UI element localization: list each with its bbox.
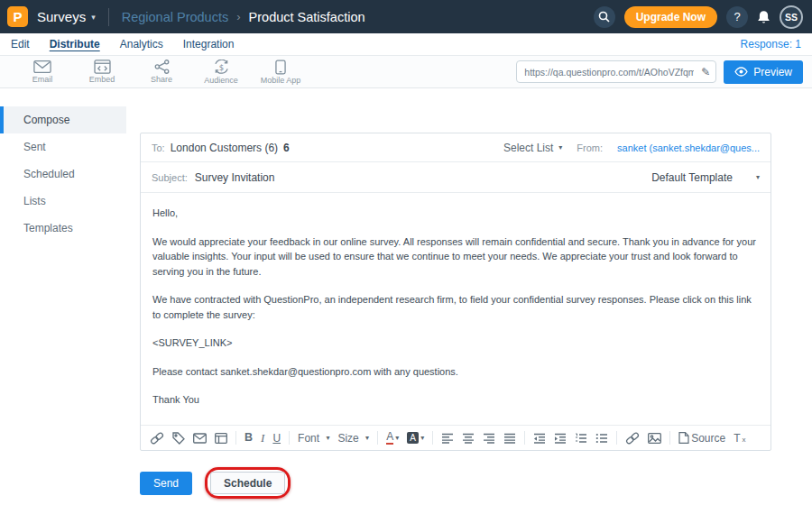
channel-embed[interactable]: Embed <box>72 60 132 84</box>
background-color-icon: A <box>407 432 419 444</box>
remove-format-icon-x: x <box>743 436 746 444</box>
source-button[interactable]: Source <box>678 432 725 444</box>
hyperlink-button[interactable] <box>625 432 640 445</box>
template-dropdown[interactable]: Default Template ▾ <box>651 171 760 184</box>
underline-button[interactable]: U <box>272 433 281 444</box>
subject-value[interactable]: Survey Invitation <box>195 171 275 184</box>
toolbar-separator <box>377 431 378 445</box>
size-dropdown[interactable]: Size ▾ <box>337 433 369 444</box>
compose-main: To: London Customers (6) 6 Select List ▾… <box>126 88 812 505</box>
select-list-label: Select List <box>503 142 553 154</box>
distribute-sidebar: Compose Sent Scheduled Lists Templates <box>0 88 126 505</box>
tab-distribute[interactable]: Distribute <box>50 38 100 50</box>
breadcrumb-folder[interactable]: Regional Products <box>122 10 229 24</box>
align-right-button[interactable] <box>483 433 495 444</box>
to-value[interactable]: London Customers (6) <box>171 142 278 154</box>
email-body-paragraph: Thank You <box>152 392 759 408</box>
align-justify-button[interactable] <box>503 433 516 444</box>
align-left-button[interactable] <box>441 433 454 444</box>
outdent-button[interactable] <box>533 433 546 444</box>
toolbar-separator <box>235 431 236 445</box>
response-count[interactable]: Response: 1 <box>741 38 801 50</box>
channel-mobile-app-label: Mobile App <box>261 76 301 85</box>
envelope-icon <box>193 433 207 444</box>
font-dropdown[interactable]: Font ▾ <box>298 433 329 444</box>
indent-icon <box>554 433 567 444</box>
email-body-paragraph: Hello, <box>152 206 759 221</box>
search-button[interactable] <box>594 6 615 28</box>
sidebar-item-lists[interactable]: Lists <box>0 188 126 215</box>
sidebar-item-templates[interactable]: Templates <box>0 215 126 242</box>
email-body-paragraph: We would appreciate your feedback in our… <box>152 234 759 280</box>
sidebar-item-sent[interactable]: Sent <box>0 133 126 161</box>
subject-row: Subject: Survey Invitation Default Templ… <box>141 162 770 193</box>
source-doc-icon <box>678 432 689 444</box>
ordered-list-icon <box>575 433 587 444</box>
select-list-dropdown[interactable]: Select List ▾ <box>503 142 562 154</box>
to-label: To: <box>152 142 165 153</box>
subject-label: Subject: <box>152 172 188 183</box>
toolbar-separator <box>524 431 525 445</box>
channel-share[interactable]: Share <box>132 60 191 84</box>
channel-email[interactable]: Email <box>13 60 72 84</box>
sidebar-item-scheduled[interactable]: Scheduled <box>0 161 126 188</box>
to-count: 6 <box>283 142 290 154</box>
align-center-button[interactable] <box>462 433 475 444</box>
breadcrumb-separator-icon: › <box>236 10 240 23</box>
chevron-down-icon: ▾ <box>326 435 329 442</box>
toolbar-separator <box>616 431 617 445</box>
tab-analytics[interactable]: Analytics <box>120 38 163 50</box>
italic-button[interactable]: I <box>261 432 264 444</box>
text-color-button[interactable]: A▾ <box>386 431 399 445</box>
insert-image-button[interactable] <box>648 433 661 444</box>
user-avatar[interactable]: SS <box>780 5 803 29</box>
product-switcher[interactable]: Surveys ▾ <box>37 9 96 24</box>
notifications-button[interactable] <box>757 10 770 24</box>
survey-tabs: Edit Distribute Analytics Integration Re… <box>0 33 812 55</box>
outdent-icon <box>533 433 546 444</box>
preview-button[interactable]: Preview <box>724 60 803 84</box>
merge-tag-button[interactable] <box>172 432 185 445</box>
email-body-paragraph: Please contact sanket.shekdar@questionpr… <box>152 364 759 380</box>
remove-format-icon: T <box>734 433 740 444</box>
compose-card: To: London Customers (6) 6 Select List ▾… <box>140 133 771 451</box>
tab-integration[interactable]: Integration <box>183 38 235 50</box>
email-icon <box>33 60 51 74</box>
sidebar-item-compose[interactable]: Compose <box>0 106 126 133</box>
tab-edit[interactable]: Edit <box>11 38 30 50</box>
bold-button[interactable]: B <box>245 432 253 444</box>
help-button[interactable]: ? <box>726 6 748 28</box>
insert-email-field-button[interactable] <box>193 433 207 444</box>
indent-button[interactable] <box>554 433 567 444</box>
channel-mobile-app[interactable]: Mobile App <box>251 60 310 85</box>
email-body-editor[interactable]: Hello, We would appreciate your feedback… <box>141 193 770 425</box>
chevron-down-icon: ▾ <box>395 435 399 442</box>
help-icon: ? <box>734 10 740 23</box>
breadcrumb-current-survey: Product Satisfaction <box>249 10 365 24</box>
channel-share-label: Share <box>151 75 172 84</box>
survey-url-input[interactable] <box>516 60 716 83</box>
product-name: Surveys <box>37 9 86 24</box>
share-icon <box>154 60 170 74</box>
remove-format-button[interactable]: Tx <box>734 433 745 444</box>
questionpro-logo-icon[interactable]: P <box>7 6 28 27</box>
insert-template-button[interactable] <box>215 433 227 444</box>
chevron-down-icon: ▾ <box>365 435 369 442</box>
align-center-icon <box>462 433 475 444</box>
svg-text:$: $ <box>218 62 223 71</box>
upgrade-now-button[interactable]: Upgrade Now <box>624 6 717 28</box>
schedule-button[interactable]: Schedule <box>210 472 285 494</box>
topbar-actions: Upgrade Now ? SS <box>594 5 803 29</box>
insert-link-button[interactable] <box>150 432 164 445</box>
from-label: From: <box>577 142 603 153</box>
ordered-list-button[interactable] <box>575 433 587 444</box>
align-right-icon <box>483 433 495 444</box>
send-button[interactable]: Send <box>140 472 192 495</box>
bullet-list-button[interactable] <box>595 433 608 444</box>
background-color-button[interactable]: A▾ <box>407 432 424 444</box>
channel-audience[interactable]: $ Audience <box>191 60 251 85</box>
from-value[interactable]: sanket (sanket.shekdar@ques... <box>617 142 760 153</box>
edit-url-pencil-icon[interactable]: ✎ <box>701 66 710 78</box>
embed-icon <box>94 60 111 74</box>
template-dropdown-label: Default Template <box>651 171 733 184</box>
